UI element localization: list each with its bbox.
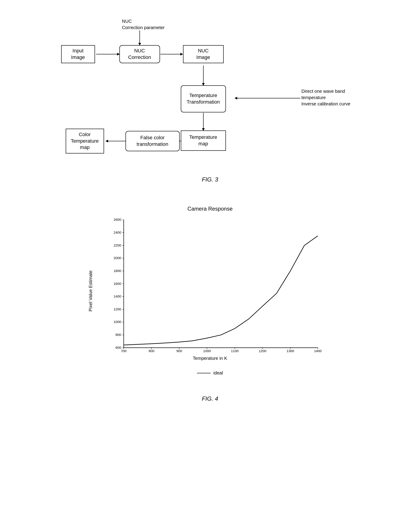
fig4-container: Camera Response Pixel Value Estimate	[75, 206, 345, 402]
svg-text:1000: 1000	[113, 320, 121, 324]
fig3-container: InputImage NUCCorrection NUCImage Temper…	[52, 14, 368, 183]
nuc-param-annotation: NUCCorrection parameter	[122, 18, 165, 31]
svg-text:700: 700	[121, 349, 126, 353]
svg-text:600: 600	[115, 346, 121, 349]
svg-text:2000: 2000	[113, 256, 121, 260]
svg-marker-7	[234, 97, 237, 99]
svg-text:1200: 1200	[259, 349, 266, 353]
chart-area: Camera Response Pixel Value Estimate	[75, 206, 345, 391]
chart-title: Camera Response	[75, 206, 345, 212]
y-axis-label: Pixel Value Estimate	[88, 270, 93, 312]
x-axis-label: Temperature in K	[86, 356, 334, 361]
svg-text:1600: 1600	[113, 282, 121, 285]
fig4-caption: FIG. 4	[75, 395, 345, 402]
svg-text:1200: 1200	[113, 307, 121, 311]
svg-marker-3	[180, 53, 183, 56]
svg-text:800: 800	[115, 333, 121, 337]
page-container: InputImage NUCCorrection NUCImage Temper…	[0, 0, 420, 516]
false-color-box: False colortransformation	[126, 131, 180, 151]
svg-text:800: 800	[149, 349, 154, 353]
nuc-correction-box: NUCCorrection	[119, 45, 160, 63]
temperature-transformation-label: TemperatureTransformation	[187, 92, 220, 105]
diagram: InputImage NUCCorrection NUCImage Temper…	[52, 14, 368, 172]
svg-text:1000: 1000	[203, 349, 211, 353]
svg-text:2600: 2600	[113, 217, 121, 221]
svg-text:2200: 2200	[113, 243, 121, 247]
svg-text:1300: 1300	[286, 349, 294, 353]
temperature-map-box: Temperaturemap	[181, 130, 226, 151]
color-temp-map-box: ColorTemperaturemap	[66, 129, 104, 153]
false-color-label: False colortransformation	[136, 135, 168, 147]
svg-text:1100: 1100	[231, 349, 239, 353]
nuc-image-box: NUCImage	[183, 45, 224, 63]
legend-label: ideal	[213, 370, 223, 376]
svg-text:1800: 1800	[113, 269, 121, 273]
svg-text:1400: 1400	[113, 294, 121, 298]
legend-line	[197, 373, 210, 373]
input-image-box: InputImage	[61, 45, 95, 63]
chart-svg: 600 800 1000 1200 1400 1600	[104, 214, 325, 363]
calibration-annotation: Direct one wave bandtemperatureInverse c…	[301, 88, 351, 107]
chart-wrapper: Pixel Value Estimate 600	[86, 214, 334, 368]
svg-text:1400: 1400	[314, 349, 322, 353]
chart-legend: ideal	[75, 370, 345, 376]
temperature-transformation-box: TemperatureTransformation	[181, 85, 226, 112]
svg-text:2400: 2400	[113, 231, 121, 234]
fig3-caption: FIG. 3	[52, 176, 368, 183]
svg-marker-13	[105, 140, 108, 142]
svg-text:900: 900	[176, 349, 182, 353]
